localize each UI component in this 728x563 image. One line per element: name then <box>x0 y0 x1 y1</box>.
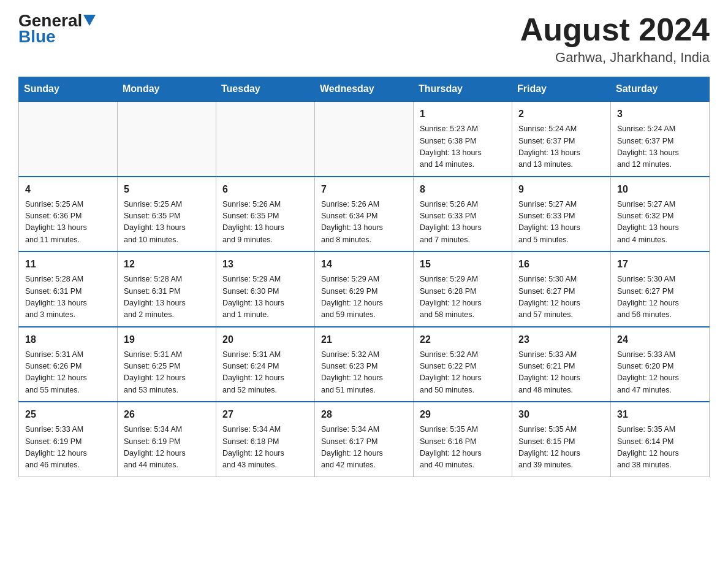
day-info: Sunrise: 5:35 AMSunset: 6:15 PMDaylight:… <box>518 424 604 472</box>
day-info: Sunrise: 5:27 AMSunset: 6:32 PMDaylight:… <box>617 199 703 247</box>
day-info: Sunrise: 5:34 AMSunset: 6:17 PMDaylight:… <box>321 424 407 472</box>
calendar-week-row: 18Sunrise: 5:31 AMSunset: 6:26 PMDayligh… <box>19 327 710 402</box>
calendar-cell: 1Sunrise: 5:23 AMSunset: 6:38 PMDaylight… <box>414 101 512 177</box>
calendar-week-row: 11Sunrise: 5:28 AMSunset: 6:31 PMDayligh… <box>19 251 710 327</box>
day-info: Sunrise: 5:33 AMSunset: 6:21 PMDaylight:… <box>518 349 604 397</box>
page-header: General Blue August 2024 Garhwa, Jharkha… <box>18 12 710 66</box>
day-info: Sunrise: 5:25 AMSunset: 6:36 PMDaylight:… <box>25 199 111 247</box>
day-number: 10 <box>617 182 703 197</box>
calendar-header-row: SundayMondayTuesdayWednesdayThursdayFrid… <box>19 77 710 102</box>
calendar-cell: 24Sunrise: 5:33 AMSunset: 6:20 PMDayligh… <box>611 327 710 402</box>
calendar-cell: 19Sunrise: 5:31 AMSunset: 6:25 PMDayligh… <box>118 327 216 402</box>
weekday-header-wednesday: Wednesday <box>315 77 414 102</box>
day-number: 21 <box>321 332 407 347</box>
day-info: Sunrise: 5:33 AMSunset: 6:20 PMDaylight:… <box>617 349 703 397</box>
calendar-cell: 13Sunrise: 5:29 AMSunset: 6:30 PMDayligh… <box>216 251 315 327</box>
day-info: Sunrise: 5:32 AMSunset: 6:22 PMDaylight:… <box>420 349 506 397</box>
title-block: August 2024 Garhwa, Jharkhand, India <box>520 12 710 66</box>
day-info: Sunrise: 5:34 AMSunset: 6:18 PMDaylight:… <box>222 424 308 472</box>
location-title: Garhwa, Jharkhand, India <box>520 50 710 66</box>
day-info: Sunrise: 5:34 AMSunset: 6:19 PMDaylight:… <box>124 424 210 472</box>
day-number: 22 <box>420 332 506 347</box>
calendar-cell: 7Sunrise: 5:26 AMSunset: 6:34 PMDaylight… <box>315 177 414 252</box>
day-info: Sunrise: 5:35 AMSunset: 6:14 PMDaylight:… <box>617 424 703 472</box>
day-info: Sunrise: 5:31 AMSunset: 6:24 PMDaylight:… <box>222 349 308 397</box>
calendar-cell: 4Sunrise: 5:25 AMSunset: 6:36 PMDaylight… <box>19 177 118 252</box>
day-number: 30 <box>518 407 604 422</box>
day-number: 17 <box>617 257 703 272</box>
day-number: 14 <box>321 257 407 272</box>
day-number: 23 <box>518 332 604 347</box>
calendar-cell: 12Sunrise: 5:28 AMSunset: 6:31 PMDayligh… <box>118 251 216 327</box>
day-number: 3 <box>617 107 703 121</box>
day-number: 2 <box>518 107 604 121</box>
day-number: 5 <box>124 182 210 197</box>
calendar-cell <box>19 101 118 177</box>
calendar-cell: 16Sunrise: 5:30 AMSunset: 6:27 PMDayligh… <box>512 251 611 327</box>
calendar-cell: 2Sunrise: 5:24 AMSunset: 6:37 PMDaylight… <box>512 101 611 177</box>
day-info: Sunrise: 5:29 AMSunset: 6:29 PMDaylight:… <box>321 274 407 321</box>
day-number: 27 <box>222 407 308 422</box>
calendar-cell: 28Sunrise: 5:34 AMSunset: 6:17 PMDayligh… <box>315 402 414 477</box>
day-number: 11 <box>25 257 111 272</box>
day-info: Sunrise: 5:26 AMSunset: 6:33 PMDaylight:… <box>420 199 506 247</box>
day-info: Sunrise: 5:33 AMSunset: 6:19 PMDaylight:… <box>25 424 111 472</box>
day-info: Sunrise: 5:26 AMSunset: 6:35 PMDaylight:… <box>222 199 308 247</box>
calendar-cell: 14Sunrise: 5:29 AMSunset: 6:29 PMDayligh… <box>315 251 414 327</box>
weekday-header-monday: Monday <box>118 77 216 102</box>
calendar-week-row: 25Sunrise: 5:33 AMSunset: 6:19 PMDayligh… <box>19 402 710 477</box>
calendar-table: SundayMondayTuesdayWednesdayThursdayFrid… <box>18 77 710 477</box>
calendar-cell: 26Sunrise: 5:34 AMSunset: 6:19 PMDayligh… <box>118 402 216 477</box>
day-number: 9 <box>518 182 604 197</box>
day-number: 18 <box>25 332 111 347</box>
day-info: Sunrise: 5:32 AMSunset: 6:23 PMDaylight:… <box>321 349 407 397</box>
day-number: 24 <box>617 332 703 347</box>
day-number: 1 <box>420 107 506 121</box>
calendar-cell <box>216 101 315 177</box>
calendar-cell: 20Sunrise: 5:31 AMSunset: 6:24 PMDayligh… <box>216 327 315 402</box>
day-info: Sunrise: 5:24 AMSunset: 6:37 PMDaylight:… <box>518 123 604 171</box>
day-number: 19 <box>124 332 210 347</box>
day-number: 26 <box>124 407 210 422</box>
calendar-cell: 22Sunrise: 5:32 AMSunset: 6:22 PMDayligh… <box>414 327 512 402</box>
day-number: 12 <box>124 257 210 272</box>
calendar-cell: 23Sunrise: 5:33 AMSunset: 6:21 PMDayligh… <box>512 327 611 402</box>
day-number: 25 <box>25 407 111 422</box>
day-number: 31 <box>617 407 703 422</box>
day-info: Sunrise: 5:25 AMSunset: 6:35 PMDaylight:… <box>124 199 210 247</box>
calendar-cell: 30Sunrise: 5:35 AMSunset: 6:15 PMDayligh… <box>512 402 611 477</box>
day-info: Sunrise: 5:31 AMSunset: 6:26 PMDaylight:… <box>25 349 111 397</box>
day-info: Sunrise: 5:30 AMSunset: 6:27 PMDaylight:… <box>617 274 703 321</box>
day-info: Sunrise: 5:26 AMSunset: 6:34 PMDaylight:… <box>321 199 407 247</box>
day-number: 7 <box>321 182 407 197</box>
logo: General Blue <box>18 12 96 47</box>
calendar-cell: 11Sunrise: 5:28 AMSunset: 6:31 PMDayligh… <box>19 251 118 327</box>
weekday-header-saturday: Saturday <box>611 77 710 102</box>
calendar-week-row: 4Sunrise: 5:25 AMSunset: 6:36 PMDaylight… <box>19 177 710 252</box>
calendar-cell: 5Sunrise: 5:25 AMSunset: 6:35 PMDaylight… <box>118 177 216 252</box>
calendar-cell <box>315 101 414 177</box>
day-number: 29 <box>420 407 506 422</box>
day-info: Sunrise: 5:31 AMSunset: 6:25 PMDaylight:… <box>124 349 210 397</box>
weekday-header-sunday: Sunday <box>19 77 118 102</box>
calendar-cell: 27Sunrise: 5:34 AMSunset: 6:18 PMDayligh… <box>216 402 315 477</box>
calendar-cell: 10Sunrise: 5:27 AMSunset: 6:32 PMDayligh… <box>611 177 710 252</box>
day-number: 20 <box>222 332 308 347</box>
day-number: 6 <box>222 182 308 197</box>
calendar-cell: 31Sunrise: 5:35 AMSunset: 6:14 PMDayligh… <box>611 402 710 477</box>
svg-marker-0 <box>83 15 96 26</box>
calendar-cell: 15Sunrise: 5:29 AMSunset: 6:28 PMDayligh… <box>414 251 512 327</box>
day-info: Sunrise: 5:30 AMSunset: 6:27 PMDaylight:… <box>518 274 604 321</box>
calendar-cell: 25Sunrise: 5:33 AMSunset: 6:19 PMDayligh… <box>19 402 118 477</box>
weekday-header-friday: Friday <box>512 77 611 102</box>
weekday-header-thursday: Thursday <box>414 77 512 102</box>
logo-blue: Blue <box>18 27 56 47</box>
day-info: Sunrise: 5:29 AMSunset: 6:30 PMDaylight:… <box>222 274 308 321</box>
day-number: 28 <box>321 407 407 422</box>
day-number: 4 <box>25 182 111 197</box>
calendar-cell: 17Sunrise: 5:30 AMSunset: 6:27 PMDayligh… <box>611 251 710 327</box>
day-number: 15 <box>420 257 506 272</box>
calendar-cell: 21Sunrise: 5:32 AMSunset: 6:23 PMDayligh… <box>315 327 414 402</box>
day-info: Sunrise: 5:29 AMSunset: 6:28 PMDaylight:… <box>420 274 506 321</box>
day-info: Sunrise: 5:23 AMSunset: 6:38 PMDaylight:… <box>420 123 506 171</box>
